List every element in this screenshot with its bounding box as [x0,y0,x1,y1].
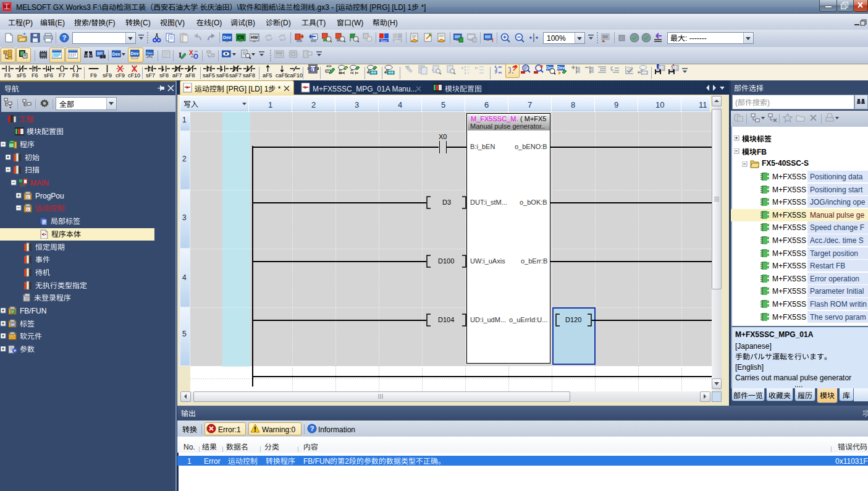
svg-text:3: 3 [182,213,187,222]
svg-text:2: 2 [182,155,187,163]
svg-text:>_: >_ [238,36,243,40]
svg-text:Dev: Dev [381,39,387,43]
svg-text:o_bENO:B: o_bENO:B [515,143,547,150]
svg-text:(H): (H) [387,19,398,27]
svg-text:sF6: sF6 [44,72,53,79]
svg-text:HW: HW [251,35,258,40]
svg-text:: -------: : ------- [685,34,707,43]
svg-text:...: ... [539,122,545,130]
svg-text:saF8: saF8 [243,72,255,79]
svg-text:aF7: aF7 [172,72,182,79]
svg-text:): ) [767,98,770,107]
svg-text:Flash ROM writin: Flash ROM writin [810,300,867,309]
svg-text:Error:1: Error:1 [218,425,241,434]
svg-text:100%: 100% [547,34,566,43]
svg-text:(T): (T) [316,19,326,27]
svg-text:F5: F5 [4,72,11,79]
svg-text:Manual pulse ge: Manual pulse ge [810,211,864,220]
svg-text:2: 2 [311,100,316,109]
svg-text:M+FX5SS: M+FX5SS [772,223,806,232]
svg-text:UW:i_uAxis: UW:i_uAxis [470,257,505,265]
svg-text:4: 4 [182,273,187,282]
svg-text:.gx3 - [: .gx3 - [ [315,3,338,12]
svg-text:M+FX5SS: M+FX5SS [772,236,806,245]
svg-text:X0: X0 [439,133,447,140]
svg-text:M+FX5SS: M+FX5SS [772,262,806,270]
svg-text:caF5: caF5 [276,72,288,79]
svg-text:M+FX5SS: M+FX5SS [772,287,806,296]
svg-text:Positioning start: Positioning start [810,186,863,194]
svg-text:(E): (E) [55,19,65,27]
svg-text:(B): (B) [245,19,255,27]
svg-text:6: 6 [484,100,489,109]
svg-text:Manual pulse generator: Manual pulse generator [470,122,542,130]
svg-text:[PRG] [LD] 1: [PRG] [LD] 1 [368,3,412,12]
svg-text:M+FX5SS: M+FX5SS [772,313,806,322]
svg-text:Dev: Dev [557,66,565,70]
svg-text:5: 5 [441,100,445,109]
svg-text:[PRG] [LD] 1: [PRG] [LD] 1 [224,85,269,93]
svg-text:M+FX5SS: M+FX5SS [772,300,806,309]
svg-text:F9: F9 [90,72,97,79]
svg-text:FB/FUN: FB/FUN [20,307,46,315]
svg-text:aF5: aF5 [263,72,272,79]
svg-text:D120: D120 [565,316,581,323]
svg-text:!: ! [492,37,494,43]
svg-text:*: * [276,85,280,93]
svg-text:cF9: cF9 [116,72,125,79]
svg-text:DUT:i_stM...: DUT:i_stM... [470,199,507,206]
svg-text:sF8: sF8 [159,72,169,79]
svg-text:Dev: Dev [131,51,139,56]
svg-text:?: ? [310,425,314,432]
svg-text:D3: D3 [442,199,451,206]
svg-text:Dev: Dev [223,35,231,40]
svg-text:saF5: saF5 [203,72,215,79]
svg-text:(F): (F) [106,19,115,27]
svg-text:FB: FB [757,148,767,156]
svg-text:Information: Information [318,425,355,434]
svg-text:工: 工 [4,3,11,11]
svg-text:9: 9 [614,100,618,109]
svg-text:ST: ST [310,66,317,72]
svg-text:F7: F7 [59,72,65,79]
svg-text:10: 10 [655,100,664,109]
svg-text:[English]: [English] [735,363,764,372]
svg-text:MELSOFT GX Works3 F:\: MELSOFT GX Works3 F:\ [16,3,102,12]
svg-text:(: ( [735,98,738,107]
svg-text:2: 2 [345,457,349,466]
svg-text:No.: No. [183,443,195,451]
svg-text:\: \ [276,3,279,12]
svg-text:sF7: sF7 [146,72,155,79]
svg-text:o_bErr:B: o_bErr:B [521,257,547,265]
svg-text:(W): (W) [352,19,363,27]
svg-text:Restart FB: Restart FB [810,262,845,270]
svg-text:(C): (C) [140,19,151,27]
svg-text:(V): (V) [175,19,185,27]
svg-text:[Japanese]: [Japanese] [735,342,772,351]
svg-text:D100: D100 [438,257,454,265]
svg-text:0x11031F: 0x11031F [835,457,867,466]
svg-text:(O): (O) [211,19,222,27]
svg-text:1: 1 [268,100,272,109]
svg-text:FB/FUN: FB/FUN [303,457,330,466]
svg-text:3: 3 [355,100,359,109]
svg-text:Target position: Target position [810,249,858,258]
svg-text:MAIN: MAIN [30,179,49,187]
svg-text:The servo param: The servo param [810,313,866,322]
svg-text:o_uErrId:U...: o_uErrId:U... [509,316,547,323]
svg-text:7: 7 [528,100,532,109]
svg-text:ProgPou: ProgPou [35,192,64,200]
svg-text:M+FX5SS: M+FX5SS [772,211,806,220]
svg-text:JOG/inching ope: JOG/inching ope [810,198,866,207]
svg-text:Parameter Initial: Parameter Initial [810,287,864,296]
svg-text:Dev: Dev [112,52,120,56]
svg-text:Error: Error [204,457,221,466]
svg-text:?: ? [62,34,67,41]
svg-text:/: / [89,19,91,27]
svg-text:4: 4 [398,100,402,109]
svg-text:B:i_bEN: B:i_bEN [470,143,495,150]
svg-text:8: 8 [571,100,575,109]
svg-text:\: \ [237,3,240,12]
svg-text:M+FX5SS: M+FX5SS [772,186,806,194]
svg-text:Dev: Dev [395,39,401,43]
